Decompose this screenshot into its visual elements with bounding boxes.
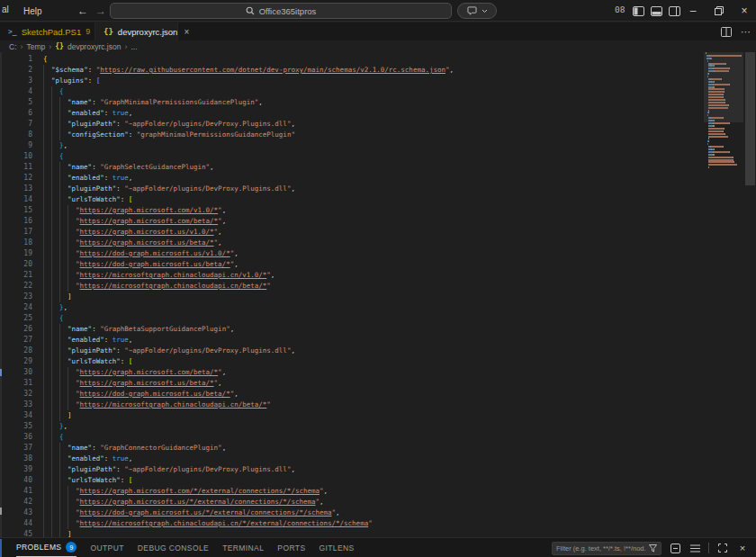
bottom-panel-header: PROBLEMS 9 OUTPUT DEBUG CONSOLE TERMINAL… xyxy=(0,537,756,557)
panel-tab-label: PROBLEMS xyxy=(16,543,61,552)
line-number: 40 xyxy=(0,475,32,486)
search-icon xyxy=(246,6,255,15)
title-bar: al Help ← → Office365itpros 08 xyxy=(0,0,756,22)
breadcrumb-file[interactable]: devproxyrc.json xyxy=(68,42,122,51)
chevron-down-icon xyxy=(482,9,488,13)
code-line: ] xyxy=(43,529,702,537)
line-number: 10 xyxy=(0,151,32,162)
menu-item-partial[interactable]: al xyxy=(2,4,9,14)
code-line: "https://microsoftgraph.chinacloudapi.cn… xyxy=(43,400,702,410)
code-line: { xyxy=(43,432,702,443)
code-line: "https://dod-graph.microsoft.us/beta/*", xyxy=(43,259,702,270)
code-line: "https://microsoftgraph.chinacloudapi.cn… xyxy=(43,270,702,281)
line-number-gutter[interactable]: 1234567891011121314151617181920212223242… xyxy=(0,54,32,537)
panel-tab-terminal[interactable]: TERMINAL xyxy=(222,538,264,557)
minimap-line xyxy=(708,133,742,135)
line-number: 21 xyxy=(0,270,32,281)
nav-back-button[interactable]: ← xyxy=(74,0,92,22)
minimap-slider[interactable] xyxy=(704,52,743,122)
json-file-icon: {} xyxy=(104,27,113,36)
minimap-line xyxy=(708,128,742,130)
panel-tab-gitlens[interactable]: GITLENS xyxy=(319,538,354,557)
tab-devproxyrc-json[interactable]: {} devproxyrc.json × xyxy=(95,22,178,40)
minimap-line xyxy=(708,159,742,161)
line-number: 3 xyxy=(0,76,32,86)
code-line: "name": "GraphMinimalPermissionsGuidance… xyxy=(43,97,702,108)
code-line: "$schema": "https://raw.githubuserconten… xyxy=(43,65,702,76)
line-number: 8 xyxy=(0,130,32,140)
toggle-primary-sidebar-icon[interactable] xyxy=(632,4,644,17)
code-line: "https://graph.microsoft.us/v1.0/*", xyxy=(43,227,702,238)
split-editor-icon[interactable] xyxy=(721,27,732,37)
titlebar-badge[interactable]: 08 xyxy=(615,4,625,14)
breadcrumb-folder[interactable]: Temp xyxy=(27,42,46,51)
minimap-line xyxy=(707,143,742,145)
close-tab-icon[interactable]: × xyxy=(184,27,189,37)
code-line: "urlsToWatch": [ xyxy=(43,194,702,205)
collapse-all-icon[interactable] xyxy=(669,541,681,555)
line-number: 17 xyxy=(0,227,32,238)
view-as-table-icon[interactable] xyxy=(688,541,701,555)
command-center-search[interactable]: Office365itpros xyxy=(110,3,452,19)
scrollbar-thumb[interactable] xyxy=(745,52,755,185)
code-line: "https://graph.microsoft.com/beta/*", xyxy=(43,367,702,378)
code-area[interactable]: {"$schema": "https://raw.githubuserconte… xyxy=(43,54,702,537)
line-number: 4 xyxy=(0,86,32,97)
minimize-button[interactable]: – xyxy=(681,0,705,22)
code-line: "https://microsoftgraph.chinacloudapi.cn… xyxy=(43,281,702,292)
nav-forward-button[interactable]: → xyxy=(92,0,110,22)
code-line: "https://dod-graph.microsoft.us/*/extern… xyxy=(43,508,702,518)
code-line: "https://graph.microsoft.com/beta/*", xyxy=(43,216,702,227)
line-number: 34 xyxy=(0,410,32,421)
minimap-line xyxy=(708,146,742,148)
line-number: 36 xyxy=(0,432,32,443)
toolbar-separator xyxy=(708,543,709,553)
code-line: { xyxy=(43,313,702,324)
line-number: 28 xyxy=(0,346,32,356)
panel-tab-debug-console[interactable]: DEBUG CONSOLE xyxy=(138,538,209,557)
code-line: { xyxy=(43,151,702,162)
close-window-button[interactable]: × xyxy=(733,0,756,22)
minimap-line xyxy=(708,164,742,166)
copilot-button[interactable] xyxy=(457,3,497,19)
minimap-line xyxy=(707,140,742,142)
menu-item-help[interactable]: Help xyxy=(16,0,50,22)
code-line: "pluginPath": "~appFolder/plugins/DevPro… xyxy=(43,184,702,194)
tab-sketchpad-ps1[interactable]: >_ SketchPad.PS1 9 xyxy=(0,22,95,40)
line-number: 2 xyxy=(0,65,32,76)
toggle-secondary-sidebar-icon[interactable] xyxy=(668,4,680,17)
panel-tab-ports[interactable]: PORTS xyxy=(277,538,305,557)
panel-tab-problems[interactable]: PROBLEMS 9 xyxy=(16,538,76,557)
code-line: "https://graph.microsoft.us/beta/*", xyxy=(43,238,702,248)
code-line: "name": "GraphSelectGuidancePlugin", xyxy=(43,162,702,173)
line-number: 25 xyxy=(0,313,32,324)
panel-tab-label: GITLENS xyxy=(319,544,354,553)
tab-problem-count: 9 xyxy=(86,27,90,36)
search-value: Office365itpros xyxy=(259,6,317,16)
line-number: 26 xyxy=(0,324,32,335)
more-actions-icon[interactable]: ⋯ xyxy=(741,26,751,38)
editor-pane[interactable]: 1234567891011121314151617181920212223242… xyxy=(0,52,756,537)
minimap-line xyxy=(708,157,742,158)
panel-tab-output[interactable]: OUTPUT xyxy=(90,538,123,557)
line-number: 16 xyxy=(0,216,32,227)
toggle-panel-icon[interactable] xyxy=(650,4,662,17)
close-panel-icon[interactable]: × xyxy=(736,541,749,555)
code-line: "https://graph.microsoft.com/*/external/… xyxy=(43,486,702,497)
line-number: 44 xyxy=(0,518,32,529)
line-number: 33 xyxy=(0,400,32,410)
vertical-scrollbar[interactable] xyxy=(744,52,756,537)
line-number: 15 xyxy=(0,205,32,216)
code-line: "enabled": true, xyxy=(43,108,702,119)
breadcrumb-separator-icon: › xyxy=(124,42,127,51)
minimap-line xyxy=(708,136,742,138)
panel-tab-label: PORTS xyxy=(277,544,305,553)
breadcrumb-symbol-tail[interactable]: ... xyxy=(130,42,137,51)
restore-button[interactable] xyxy=(707,0,731,22)
line-number: 37 xyxy=(0,443,32,454)
problems-filter-input[interactable] xyxy=(556,544,646,553)
maximize-panel-icon[interactable] xyxy=(716,541,729,555)
panel-accent-strip xyxy=(0,539,2,557)
breadcrumb-drive[interactable]: C: xyxy=(9,42,17,51)
minimap[interactable] xyxy=(706,52,742,537)
